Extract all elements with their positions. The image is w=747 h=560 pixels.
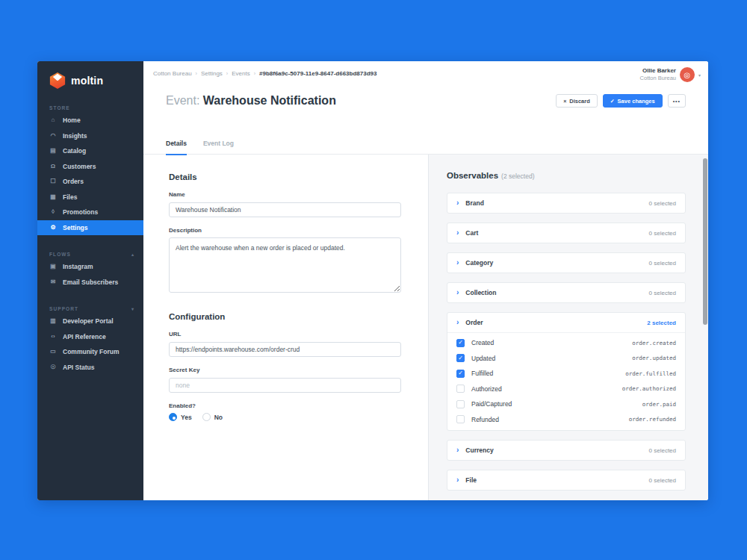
files-icon: ▦: [49, 194, 57, 200]
chevron-right-icon: ›: [456, 199, 459, 207]
description-label: Description: [169, 227, 401, 234]
sidebar-item-label: Customers: [63, 163, 96, 170]
check-icon: ✓: [610, 99, 615, 104]
description-textarea[interactable]: Alert the warehouse when a new order is …: [169, 237, 401, 293]
event-label: Created: [471, 339, 494, 346]
discard-button[interactable]: × Discard: [556, 94, 598, 108]
observable-header-order[interactable]: › Order 2 selected: [447, 313, 685, 332]
url-input[interactable]: [169, 342, 401, 357]
observable-card-file: › File 0 selected: [447, 470, 686, 491]
radio-selected-icon: [169, 413, 177, 421]
sidebar-item-home[interactable]: ⌂ Home: [37, 113, 143, 128]
sidebar-item-instagram[interactable]: ▣ Instagram: [37, 259, 143, 275]
enabled-no-label: No: [214, 414, 223, 421]
observable-card-category: › Category 0 selected: [447, 252, 686, 273]
sidebar-section-flows-header[interactable]: FLOWS ▴: [37, 249, 143, 259]
observable-header-brand[interactable]: › Brand 0 selected: [447, 193, 685, 213]
sidebar-item-orders[interactable]: ☐ Orders: [37, 174, 143, 190]
scrollbar-thumb[interactable]: [703, 158, 707, 325]
instagram-icon: ▣: [49, 264, 57, 270]
sidebar-section-support: SUPPORT ▾ ▥ Developer Portal ‹› API Refe…: [37, 303, 143, 375]
checkbox-unchecked-icon[interactable]: [456, 415, 465, 423]
observable-card-collection: › Collection 0 selected: [447, 282, 686, 303]
url-label: URL: [169, 331, 401, 337]
secret-key-label: Secret Key: [169, 367, 401, 373]
enabled-yes-option[interactable]: Yes: [169, 413, 192, 421]
breadcrumb-settings[interactable]: Settings: [201, 70, 223, 77]
gear-icon: ⚙: [49, 225, 57, 231]
event-label: Paid/Captured: [471, 400, 512, 408]
sidebar-item-api-reference[interactable]: ‹› API Reference: [37, 329, 143, 345]
sidebar-section-support-label: SUPPORT: [49, 306, 78, 311]
details-form-pane: Details Name Description Alert the wareh…: [143, 155, 428, 500]
moltin-logo[interactable]: moltin: [37, 61, 143, 89]
chevron-right-icon: ›: [456, 259, 459, 267]
checkbox-checked-icon[interactable]: [456, 370, 465, 378]
event-code: order.created: [632, 340, 676, 346]
sidebar-item-developer-portal[interactable]: ▥ Developer Portal: [37, 314, 143, 329]
event-code: order.refunded: [629, 416, 676, 423]
sidebar-section-flows: FLOWS ▴ ▣ Instagram ✉ Email Subscribers: [37, 249, 143, 290]
tab-details[interactable]: Details: [166, 140, 187, 154]
name-input[interactable]: [169, 202, 401, 217]
observable-card-currency: › Currency 0 selected: [447, 440, 686, 461]
sidebar-item-promotions[interactable]: ◊ Promotions: [37, 205, 143, 220]
page-title-prefix: Event:: [166, 94, 199, 107]
checkbox-unchecked-icon[interactable]: [456, 385, 465, 393]
event-code: order.paid: [642, 401, 676, 408]
chevron-right-icon: ›: [456, 447, 459, 454]
more-options-button[interactable]: •••: [668, 94, 686, 108]
sidebar-section-store: STORE ⌂ Home ◠ Insights ▤ Catalog Ω Cust…: [37, 102, 143, 235]
toolbar: Event: Warehouse Notification × Discard …: [166, 94, 686, 108]
sidebar-item-api-status[interactable]: ☉ API Status: [37, 360, 143, 376]
desktop-background: moltin STORE ⌂ Home ◠ Insights ▤ Catalog: [0, 0, 747, 560]
sidebar-item-customers[interactable]: Ω Customers: [37, 159, 143, 175]
chevron-up-icon: ▴: [131, 252, 134, 257]
observable-header-file[interactable]: › File 0 selected: [447, 470, 685, 490]
event-row-refunded: Refunded order.refunded: [447, 412, 685, 428]
breadcrumb-store[interactable]: Cotton Bureau: [153, 70, 192, 77]
observable-status: 0 selected: [649, 200, 676, 207]
user-menu[interactable]: Ollie Barker Cotton Bureau ◎ ▾: [640, 67, 701, 82]
sidebar-item-email-subscribers[interactable]: ✉ Email Subscribers: [37, 275, 143, 290]
save-changes-button[interactable]: ✓ Save changes: [603, 94, 663, 108]
checkbox-unchecked-icon[interactable]: [456, 400, 465, 408]
sidebar-item-settings[interactable]: ⚙ Settings: [37, 220, 143, 236]
moltin-logo-text: moltin: [71, 75, 103, 87]
observable-header-collection[interactable]: › Collection 0 selected: [447, 283, 685, 302]
radio-unselected-icon: [202, 413, 211, 421]
event-row-paid-captured: Paid/Captured order.paid: [447, 396, 685, 412]
sidebar-section-store-label: STORE: [49, 105, 70, 111]
observable-header-currency[interactable]: › Currency 0 selected: [447, 441, 685, 460]
status-icon: ☉: [49, 364, 57, 370]
cotton-bureau-logo-icon: ◎: [684, 71, 691, 79]
observable-header-category[interactable]: › Category 0 selected: [447, 253, 685, 273]
sidebar-item-catalog[interactable]: ▤ Catalog: [37, 143, 143, 159]
sidebar: moltin STORE ⌂ Home ◠ Insights ▤ Catalog: [37, 61, 143, 500]
chevron-right-icon: ›: [456, 319, 459, 326]
sidebar-item-label: Developer Portal: [63, 317, 114, 325]
event-label: Updated: [471, 355, 495, 362]
enabled-no-option[interactable]: No: [202, 413, 223, 421]
observable-status: 0 selected: [649, 477, 676, 484]
breadcrumb: Cotton Bureau › Settings › Events › #9b8…: [153, 70, 376, 77]
observable-name: File: [465, 476, 477, 484]
checkbox-checked-icon[interactable]: [456, 339, 465, 347]
tab-event-log[interactable]: Event Log: [203, 140, 234, 154]
checkbox-checked-icon[interactable]: [456, 354, 465, 362]
observable-name: Currency: [465, 447, 493, 454]
content: Details Name Description Alert the wareh…: [143, 155, 708, 500]
breadcrumb-events[interactable]: Events: [232, 70, 249, 77]
sidebar-item-label: Files: [63, 193, 77, 201]
sidebar-item-files[interactable]: ▦ Files: [37, 190, 143, 205]
chevron-right-icon: ›: [456, 229, 459, 237]
details-heading: Details: [169, 172, 401, 181]
sidebar-item-community-forum[interactable]: ▭ Community Forum: [37, 344, 143, 360]
sidebar-section-support-header[interactable]: SUPPORT ▾: [37, 303, 143, 314]
sidebar-item-insights[interactable]: ◠ Insights: [37, 128, 143, 144]
secret-key-input[interactable]: [169, 378, 401, 393]
event-label: Fulfilled: [471, 370, 493, 377]
enabled-label: Enabled?: [169, 402, 401, 409]
observable-name: Cart: [465, 229, 478, 237]
observable-header-cart[interactable]: › Cart 0 selected: [447, 223, 685, 243]
